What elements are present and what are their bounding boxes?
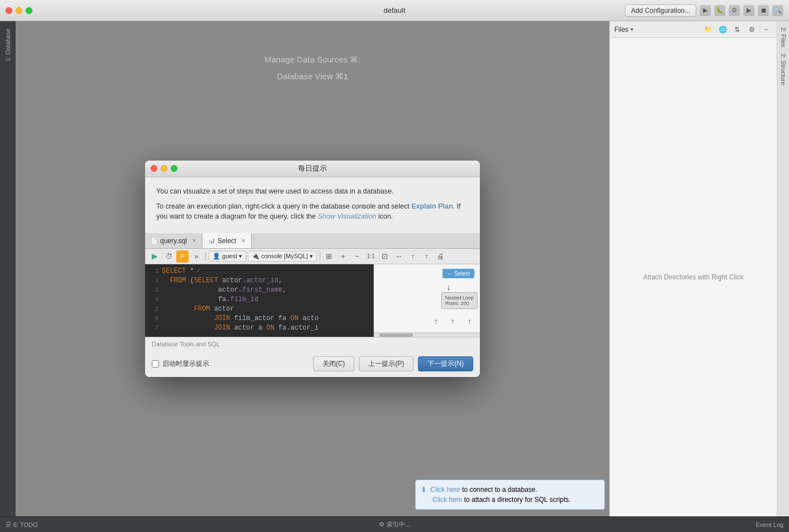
gear-spin-icon: ⚙ [379,521,384,528]
stop-icon[interactable]: ◼ [758,5,769,16]
code-line-3: 3 actor.first_name, [145,286,373,295]
diagram-scrollbar-thumb[interactable] [379,333,413,337]
folder-icon[interactable]: 📁 [702,23,714,36]
right-side-tab-files[interactable]: 2: Files [778,24,788,50]
diagram-panel: ← Select ↓ Nested Loop Rows: 200 ↑ ↑ ↑ [374,264,480,337]
select-icon: 📊 [208,238,215,244]
toolbar-sep1 [205,252,206,261]
search-icon[interactable]: 🔍 [772,5,783,16]
history-btn[interactable]: ⏱ [162,250,175,263]
tab-query-sql[interactable]: 📄 query.sql ✕ [145,233,203,248]
globe-icon[interactable]: 🌐 [716,23,729,36]
tab-select[interactable]: 📊 Select ✕ [203,233,252,248]
dialog-traffic-lights [151,165,177,172]
event-log-label[interactable]: Event Log [756,521,783,528]
minimize-button[interactable] [16,7,22,14]
settings-icon[interactable]: ⚙ [745,23,758,36]
export1-btn[interactable]: ↑ [407,250,419,263]
diagram-select-node: ← Select [442,269,474,278]
dialog-actions-left: 启动时显示提示 [152,359,209,369]
bottom-bar: ☰ 6: TODO ⚙ 索引中... Event Log [0,516,789,532]
bottom-bar-right: Event Log [756,521,783,528]
right-side-tabs: 2: Files 2: Structure [777,21,789,516]
run-coverage-icon[interactable]: ▶ [743,5,754,16]
indexing-status: ⚙ 索引中... [379,520,410,529]
explain-plan-link[interactable]: Explain Plan [411,202,453,210]
close-button[interactable] [6,7,12,14]
guest-arrow: ▾ [239,253,242,260]
more-btn[interactable]: » [190,250,203,263]
coverage-icon[interactable]: ⚙ [729,5,740,16]
guest-dropdown[interactable]: 👤 guest ▾ [209,251,246,262]
next-tip-button[interactable]: 下一提示(N) [418,356,473,371]
add-config-button[interactable]: Add Configuration... [625,4,696,17]
sidebar-tab-database[interactable]: 1: Database [2,24,14,66]
dialog-actions: 启动时显示提示 关闭(C) 上一提示(P) 下一提示(N) [145,351,480,377]
code-line-6: 6 JOIN film_actor fa ON acto [145,314,373,323]
fit-btn[interactable]: ⊡ [379,250,391,263]
debug-icon[interactable]: 🐛 [714,5,725,16]
left-sidebar: 1: Database [0,21,16,516]
dialog-title: 每日提示 [298,163,327,173]
diagram-scrollbar[interactable] [374,332,480,337]
p-btn[interactable]: P [176,250,189,263]
arrow-right-1: ↑ [434,317,438,326]
sort-icon[interactable]: ⇅ [731,23,743,36]
editor-split: 1 SELECT * ✓ 2 FROM (SELECT actor.actor_… [145,264,480,337]
close-panel-icon[interactable]: − [760,23,772,36]
sub-btn[interactable]: − [351,250,363,263]
window-title: default [383,6,405,14]
table-view-btn[interactable]: ⊞ [323,250,335,263]
dialog-minimize-button[interactable] [161,165,167,172]
show-on-startup-label: 启动时显示提示 [162,359,209,369]
show-visualization-link[interactable]: Show Visualization [318,212,377,220]
titlebar: default Add Configuration... ▶ 🐛 ⚙ ▶ ◼ 🔍 [0,0,789,21]
export2-btn[interactable]: ↑ [421,250,433,263]
ratio-btn[interactable]: 1:1 [365,250,377,263]
dialog-tabs-bar: 📄 query.sql ✕ 📊 Select ✕ [145,233,480,249]
editor-toolbar: ▶ ⏱ P » 👤 guest ▾ 🔌 console [MySQL] ▾ ⊞ [145,249,480,264]
console-label: 🔌 console [MySQL] [252,253,308,260]
right-panel-content: Attach Directories with Right Click [610,38,777,516]
todo-icon: ☰ [6,521,11,528]
dialog-overlay: 每日提示 You can visualize a set of steps th… [16,21,609,516]
print-btn[interactable]: 🖨 [435,250,447,263]
tab-select-label: Select [218,237,236,245]
right-side-tab-structure[interactable]: 2: Structure [778,50,788,89]
dialog-maximize-button[interactable] [171,165,177,172]
show-on-startup-checkbox[interactable]: 启动时显示提示 [152,359,209,369]
tab-select-close[interactable]: ✕ [241,238,246,244]
titlebar-right: Add Configuration... ▶ 🐛 ⚙ ▶ ◼ 🔍 [625,4,783,17]
dialog-close-button[interactable] [151,165,157,172]
code-line-2: 2 FROM (SELECT actor.actor_id, [145,276,373,286]
dialog-footer: Database Tools and SQL [145,337,480,351]
run-icon[interactable]: ▶ [700,5,711,16]
tab-query-sql-close[interactable]: ✕ [192,238,196,244]
right-toolbar-actions: 📁 🌐 ⇅ ⚙ − [702,23,772,36]
indexing-label: 索引中... [387,520,410,529]
todo-item[interactable]: ☰ 6: TODO [6,521,38,528]
code-editor[interactable]: 1 SELECT * ✓ 2 FROM (SELECT actor.actor_… [145,264,374,337]
code-line-5: 5 FROM actor [145,304,373,314]
add-btn[interactable]: + [337,250,349,263]
dialog-text1: You can visualize a set of steps that we… [156,186,469,197]
tab-query-sql-label: query.sql [160,237,187,245]
main-layout: 1: Database Manage Data Sources ⌘; Datab… [0,21,789,516]
daily-tip-dialog: 每日提示 You can visualize a set of steps th… [145,161,480,377]
arrows-btn[interactable]: ↔ [393,250,405,263]
maximize-button[interactable] [26,7,32,14]
console-arrow: ▾ [310,253,313,260]
dialog-actions-right: 关闭(C) 上一提示(P) 下一提示(N) [313,356,473,371]
console-dropdown[interactable]: 🔌 console [MySQL] ▾ [248,251,317,262]
run-query-btn[interactable]: ▶ [148,250,161,263]
prev-tip-button[interactable]: 上一提示(P) [359,356,413,371]
files-dropdown-arrow[interactable]: ▾ [631,26,633,32]
show-on-startup-input[interactable] [152,360,159,367]
footer-label: Database Tools and SQL [152,341,220,347]
code-line-7: 7 JOIN actor a ON fa.actor_i [145,323,373,333]
traffic-lights [6,7,32,14]
close-button[interactable]: 关闭(C) [313,356,355,371]
right-toolbar: Files ▾ 📁 🌐 ⇅ ⚙ − [610,21,777,38]
todo-label: 6: TODO [13,521,38,528]
right-panel: Files ▾ 📁 🌐 ⇅ ⚙ − Attach Directories wit… [609,21,777,516]
